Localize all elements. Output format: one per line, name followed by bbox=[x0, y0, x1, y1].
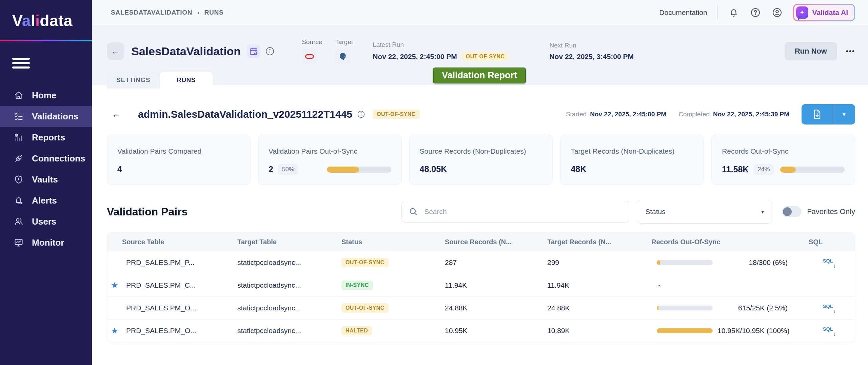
source-block: Source bbox=[302, 38, 322, 64]
section-title: Validation Pairs bbox=[107, 206, 188, 218]
sidebar-item-label: Home bbox=[32, 90, 56, 101]
account-icon[interactable] bbox=[771, 7, 783, 18]
source-label: Source bbox=[302, 38, 322, 46]
bell-plus-icon bbox=[13, 195, 24, 206]
stat-percent-chip: 24% bbox=[753, 164, 774, 175]
sidebar-item-users[interactable]: Users bbox=[0, 211, 92, 232]
validata-logo: Validata bbox=[0, 0, 92, 40]
run-info-icon[interactable] bbox=[357, 110, 365, 118]
sql-download-icon[interactable]: SQL↓ bbox=[823, 302, 836, 314]
sidebar-nav: Home Validations Reports Connections bbox=[0, 85, 92, 253]
sidebar-item-reports[interactable]: Reports bbox=[0, 127, 92, 148]
gradient-divider bbox=[0, 40, 92, 41]
logo-letter: data bbox=[40, 12, 73, 30]
breadcrumb: SALESDATAVALIDATION › RUNS bbox=[111, 9, 224, 16]
run-back-arrow-icon[interactable]: ← bbox=[112, 109, 121, 120]
status-filter-label: Status bbox=[645, 208, 666, 216]
stat-value: 48K bbox=[571, 164, 586, 174]
run-now-button[interactable]: Run Now bbox=[785, 42, 837, 60]
table-body: ★ PRD_SALES.PM_P... statictpccloadsync..… bbox=[107, 251, 855, 342]
favorites-only-toggle[interactable] bbox=[782, 206, 802, 217]
download-report-split-button[interactable]: ▾ bbox=[802, 104, 855, 124]
shield-icon bbox=[13, 174, 24, 185]
sql-download-icon[interactable]: SQL↓ bbox=[823, 325, 836, 337]
vertical-divider bbox=[717, 5, 718, 20]
source-records-cell: 11.94K bbox=[441, 281, 543, 289]
sidebar-item-monitor[interactable]: Monitor bbox=[0, 232, 92, 253]
column-header-source-records[interactable]: Source Records (N... bbox=[441, 238, 543, 246]
source-table-cell: PRD_SALES.PM_P... bbox=[122, 258, 233, 267]
pairs-toolbar: Validation Pairs Status ▾ Favorites Only bbox=[107, 200, 855, 224]
target-table-cell: statictpccloadsync... bbox=[233, 281, 337, 289]
target-table-cell: statictpccloadsync... bbox=[233, 304, 337, 312]
table-row[interactable]: ★ PRD_SALES.PM_C... statictpccloadsync..… bbox=[107, 274, 855, 296]
out-of-sync-value: 10.95K/10.95K (100%) bbox=[713, 327, 789, 335]
sidebar-item-connections[interactable]: Connections bbox=[0, 148, 92, 169]
records-out-of-sync-cell: - bbox=[647, 281, 805, 289]
next-run-value: Nov 22, 2025, 3:45:00 PM bbox=[549, 53, 634, 61]
latest-run-label: Latest Run bbox=[373, 41, 509, 49]
latest-run-block: Latest Run Nov 22, 2025, 2:45:00 PM OUT-… bbox=[373, 41, 509, 61]
search-input[interactable] bbox=[424, 208, 622, 216]
breadcrumb-parent[interactable]: SALESDATAVALIDATION bbox=[111, 9, 192, 16]
ai-chat-icon: ✦ bbox=[796, 6, 808, 19]
sidebar-item-label: Reports bbox=[32, 132, 65, 143]
stat-label: Validation Pairs Out-of-Sync bbox=[269, 147, 391, 155]
started-value: Nov 22, 2025, 2:45:00 PM bbox=[590, 111, 666, 118]
column-header-sql[interactable]: SQL bbox=[805, 238, 855, 246]
download-options-caret-icon[interactable]: ▾ bbox=[833, 104, 855, 124]
more-options-icon[interactable]: ••• bbox=[846, 47, 855, 55]
latest-run-status-badge: OUT-OF-SYNC bbox=[462, 52, 509, 61]
notifications-bell-icon[interactable] bbox=[728, 7, 739, 18]
sidebar-item-label: Connections bbox=[32, 153, 85, 164]
source-table-cell: PRD_SALES.PM_C... bbox=[122, 281, 233, 289]
column-header-records-out-of-sync[interactable]: Records Out-Of-Sync bbox=[647, 238, 805, 246]
out-of-sync-value: 615/25K (2.5%) bbox=[713, 304, 788, 312]
column-header-target-records[interactable]: Target Records (N... bbox=[543, 238, 647, 246]
schedule-calendar-icon[interactable] bbox=[247, 44, 260, 58]
home-icon bbox=[13, 90, 24, 101]
favorite-star-icon[interactable]: ★ bbox=[107, 326, 122, 335]
table-row[interactable]: ★ PRD_SALES.PM_O... statictpccloadsync..… bbox=[107, 296, 855, 319]
oracle-source-icon[interactable] bbox=[302, 49, 317, 64]
sidebar-item-home[interactable]: Home bbox=[0, 85, 92, 106]
column-header-status[interactable]: Status bbox=[337, 238, 441, 246]
favorite-star-icon[interactable]: ★ bbox=[107, 281, 122, 290]
ai-button-label: Validata AI bbox=[812, 8, 848, 17]
table-row[interactable]: ★ PRD_SALES.PM_O... statictpccloadsync..… bbox=[107, 319, 855, 342]
source-records-cell: 10.95K bbox=[441, 327, 543, 335]
records-out-of-sync-cell: 615/25K (2.5%) bbox=[647, 304, 805, 312]
page-title: SalesDataValidation bbox=[131, 45, 241, 58]
target-table-cell: statictpccloadsync... bbox=[233, 258, 337, 267]
file-download-icon[interactable] bbox=[802, 104, 833, 124]
hamburger-menu-icon[interactable] bbox=[12, 58, 30, 69]
records-out-of-sync-cell: 10.95K/10.95K (100%) bbox=[647, 327, 805, 335]
sidebar-item-vaults[interactable]: Vaults bbox=[0, 169, 92, 190]
sql-download-icon[interactable]: SQL↓ bbox=[823, 257, 836, 268]
stat-percent-chip: 50% bbox=[278, 164, 298, 175]
info-icon[interactable] bbox=[265, 46, 275, 56]
status-filter-select[interactable]: Status ▾ bbox=[637, 200, 772, 224]
logo-letter: V bbox=[12, 12, 22, 30]
validation-pairs-table: Source Table Target Table Status Source … bbox=[107, 232, 855, 342]
back-button[interactable]: ← bbox=[107, 42, 124, 60]
postgres-target-icon[interactable] bbox=[335, 49, 351, 64]
documentation-link[interactable]: Documentation bbox=[659, 8, 707, 17]
stat-card-pairs-compared: Validation Pairs Compared 4 bbox=[107, 135, 251, 185]
table-row[interactable]: ★ PRD_SALES.PM_P... statictpccloadsync..… bbox=[107, 251, 855, 274]
validation-report-annotation: Validation Report bbox=[433, 68, 526, 83]
validata-ai-button[interactable]: ✦ Validata AI bbox=[793, 4, 855, 21]
stat-progress-bar bbox=[780, 167, 845, 173]
status-badge: OUT-OF-SYNC bbox=[341, 303, 389, 313]
help-icon[interactable] bbox=[750, 7, 761, 18]
search-box[interactable] bbox=[401, 201, 629, 223]
column-header-target-table[interactable]: Target Table bbox=[233, 238, 337, 246]
tab-runs[interactable]: RUNS bbox=[160, 72, 213, 89]
sidebar-item-validations[interactable]: Validations bbox=[0, 106, 92, 127]
out-of-sync-bar bbox=[657, 328, 713, 333]
sidebar-item-label: Alerts bbox=[32, 195, 57, 206]
stat-card-source-records: Source Records (Non-Duplicates) 48.05K bbox=[409, 135, 553, 185]
sidebar-item-alerts[interactable]: Alerts bbox=[0, 190, 92, 211]
tab-settings[interactable]: SETTINGS bbox=[107, 72, 160, 89]
column-header-source-table[interactable]: Source Table bbox=[107, 238, 233, 246]
